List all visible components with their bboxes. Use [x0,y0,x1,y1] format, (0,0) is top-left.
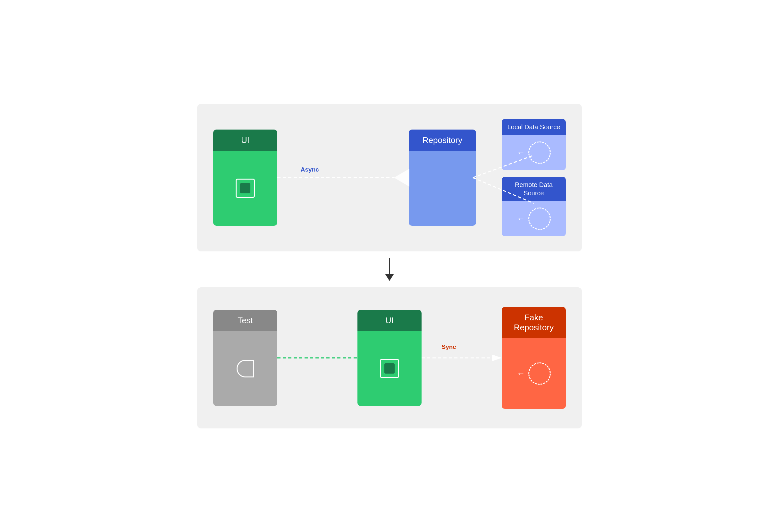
data-sources: Local Data Source ← Remote Data Source [502,119,566,236]
local-source-label: Local Data Source [507,123,560,130]
ui-block: UI [213,129,277,226]
repo-section: Repository [394,129,476,226]
repo-block-body [409,151,476,226]
remote-source-label: Remote Data Source [515,181,553,196]
ui-square-inner [240,183,250,193]
test-label: Test [238,315,253,325]
ui-block-body [213,151,277,226]
test-block: Test [213,310,277,406]
local-source-block: Local Data Source ← [502,119,566,170]
down-arrow-head [385,274,394,281]
left-arrow-local: ← [517,147,525,158]
fake-repo-header: Fake Repository [502,307,566,338]
remote-source-header: Remote Data Source [502,177,566,201]
remote-dashed-circle [528,208,551,230]
local-source-header: Local Data Source [502,119,566,135]
fake-repo-content: ← [517,362,551,385]
fake-repo-block: Fake Repository ← [502,307,566,409]
ui-square-icon-bottom [380,359,399,378]
ui-square-icon [236,179,255,198]
ui-block-header: UI [213,129,277,151]
ui-label-bottom: UI [385,315,394,325]
down-arrow [385,251,394,287]
bottom-diagram: Test UI [197,287,582,428]
repo-arrow [394,169,409,187]
test-ui-connection [277,310,357,406]
local-source-body: ← [502,135,566,170]
left-arrow-fake: ← [517,368,525,378]
local-dashed-circle [528,141,551,164]
ui-label: UI [241,135,249,145]
ui-block-bottom: UI [357,310,422,406]
remote-source-block: Remote Data Source ← [502,177,566,236]
fake-repo-label: Fake Repository [514,313,554,332]
capsule-icon [237,360,254,377]
left-arrow-remote: ← [517,214,525,224]
local-source-content: ← [517,141,551,164]
ui-block-bottom-body [357,331,422,406]
repo-label: Repository [423,135,462,145]
ui-repo-connection: Async [277,129,394,226]
bottom-layout-row: Test UI [213,307,566,409]
sync-arrow-svg [422,310,502,406]
top-layout-row: UI Async [213,119,566,236]
ui-square-inner-bottom [384,363,395,373]
test-block-header: Test [213,310,277,331]
test-block-body [213,331,277,406]
remote-source-content: ← [517,208,551,230]
down-arrow-line [389,258,390,274]
top-diagram: UI Async [197,104,582,251]
sync-label: Sync [442,344,456,351]
remote-source-body: ← [502,201,566,236]
fake-repo-body: ← [502,338,566,409]
async-arrow-svg [277,129,394,226]
ui-fakerepo-connection: Sync [422,310,502,406]
repo-block-header: Repository [409,129,476,151]
main-container: UI Async [197,104,582,428]
ui-block-bottom-header: UI [357,310,422,331]
fake-dashed-circle [528,362,551,385]
repo-block: Repository [409,129,476,226]
repo-arrow-container [394,169,409,187]
test-arrow-svg [277,310,357,406]
